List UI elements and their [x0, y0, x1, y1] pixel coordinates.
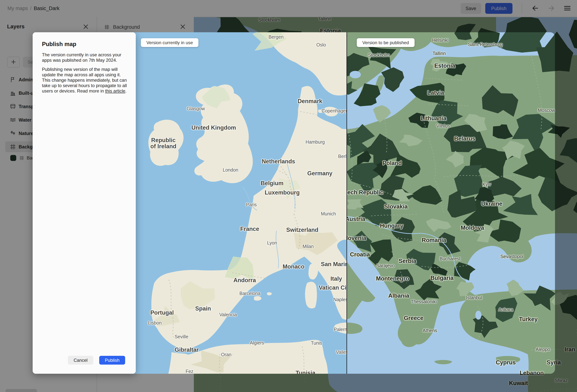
map-label: Barcelona — [239, 291, 260, 296]
map-label: Munich — [321, 211, 336, 216]
map-label: Glasgow — [187, 106, 205, 111]
map-label: Lebanon — [520, 370, 544, 374]
map-label: Palermo — [334, 327, 347, 332]
version-compare-preview: BergenOsloDenmarkCopenhagenGlasgowUnited… — [97, 32, 555, 374]
map-label: Tallinn — [433, 51, 446, 56]
map-label: Athens — [423, 328, 437, 333]
map-label: Republic of Ireland — [150, 137, 177, 149]
map-label: Valletta — [336, 350, 347, 355]
map-label: Portugal — [150, 310, 174, 316]
publish-map-modal: Publish map The version currently in use… — [33, 32, 136, 374]
modal-paragraph-1: The version currently in use across your… — [42, 52, 128, 63]
map-label: Estonia — [434, 63, 455, 69]
map-label: Austria — [347, 216, 365, 222]
map-label: Luxembourg — [265, 189, 300, 196]
map-label: Hungary — [380, 223, 403, 229]
map-label: France — [240, 226, 259, 232]
map-new-version[interactable]: StockholmHelsinkiSaint PetersburgTallinn… — [347, 32, 555, 374]
map-label: Istanbul — [466, 295, 482, 300]
map-label: Monaco — [283, 263, 304, 270]
map-label: Spain — [195, 305, 211, 312]
map-label: Italy — [330, 276, 342, 282]
map-label: Valencia — [219, 312, 237, 317]
app-window: StockholmHelsinkiSaint PetersburgTallinn… — [0, 0, 577, 392]
current-version-chip: Version currently in use — [141, 38, 198, 47]
map-label: Germany — [307, 170, 332, 177]
map-label: Stockholm — [368, 53, 390, 58]
map-label: Ukraine — [481, 201, 503, 207]
map-label: Sarajevo — [376, 263, 395, 268]
map-label: Netherlands — [262, 158, 295, 165]
map-label: Slovakia — [384, 204, 408, 210]
map-label: Turkey — [519, 316, 538, 322]
map-label: Latvia — [427, 90, 444, 96]
map-label: United Kingdom — [191, 125, 236, 131]
map-label: Denmark — [298, 98, 323, 104]
map-label: Casablanca — [155, 374, 180, 374]
map-label: Poland — [383, 160, 402, 166]
map-label: Ankara — [498, 307, 513, 312]
map-label: Bucharest — [439, 256, 461, 261]
cancel-button[interactable]: Cancel — [68, 356, 93, 365]
map-label: London — [223, 168, 238, 173]
map-label: Greece — [404, 315, 423, 321]
map-label: Belarus — [454, 136, 475, 142]
map-label: Montenegro — [376, 276, 409, 282]
map-label: Lyon — [267, 240, 277, 246]
map-label: Algiers — [250, 340, 264, 345]
map-label: Paris — [246, 202, 257, 207]
map-label: Syria — [547, 359, 555, 365]
map-label: Croatia — [350, 251, 370, 257]
map-label: Berlin — [338, 154, 347, 159]
modal-body: The version currently in use across your… — [42, 52, 128, 97]
map-label: Oran — [221, 352, 231, 357]
map-label: Milan — [302, 244, 314, 249]
map-label: Tunisia — [296, 370, 315, 374]
map-label: Seville — [175, 334, 188, 339]
map-label: Cyprus — [496, 359, 516, 365]
map-label: Copenhagen — [322, 108, 347, 113]
map-label: Thessaloniki — [411, 299, 437, 304]
modal-paragraph-2: Publishing new version of the map will u… — [42, 67, 128, 94]
map-label: Vatican City — [319, 285, 347, 291]
map-label: Fez — [185, 369, 193, 374]
map-label: Aleppo — [536, 347, 550, 352]
map-label: Oslo — [316, 42, 326, 47]
map-label: Gibraltar — [175, 347, 199, 353]
map-label: Lisbon — [148, 321, 162, 325]
this-article-link[interactable]: this article — [105, 88, 125, 93]
map-label: Naples — [333, 297, 347, 302]
map-label: Switzerland — [286, 227, 318, 233]
map-label: Tunis — [311, 341, 322, 346]
map-label: Sevastopol — [500, 254, 523, 259]
map-label: Vilnius — [436, 123, 450, 129]
map-label: Lithuania — [421, 115, 446, 121]
map-label: Andorra — [233, 277, 256, 283]
publish-button-modal[interactable]: Publish — [99, 356, 125, 365]
map-label: Helsinki — [432, 38, 448, 43]
map-label: Slovenia — [347, 235, 366, 241]
map-label: Albania — [388, 293, 409, 299]
map-label: Belgium — [261, 180, 284, 186]
compare-divider — [347, 32, 347, 374]
map-label: San Marino — [321, 261, 347, 267]
new-version-chip: Version to be published — [357, 38, 415, 47]
map-label: Czech Republic — [347, 189, 383, 195]
map-label: Saint Petersburg — [468, 42, 503, 47]
map-label: Kyiv — [482, 182, 491, 187]
map-label: Hamburg — [306, 140, 325, 144]
map-label: Serbia — [399, 258, 416, 264]
map-label: Moldova — [461, 225, 484, 231]
map-label: Bergen — [269, 35, 284, 39]
map-label: Romania — [422, 237, 446, 243]
map-label: Bulgaria — [431, 275, 454, 281]
map-label: Moscow — [538, 108, 555, 113]
modal-title: Publish map — [42, 41, 76, 48]
